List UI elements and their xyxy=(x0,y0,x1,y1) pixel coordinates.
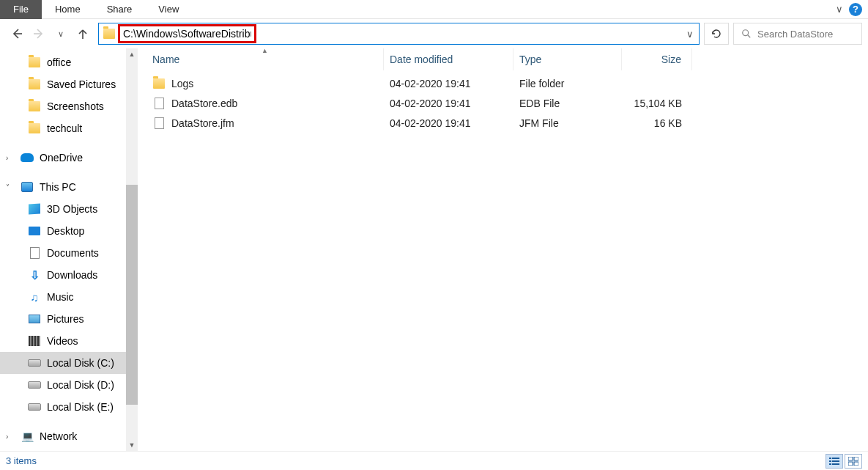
tree-item-downloads[interactable]: ⇩Downloads xyxy=(0,264,126,286)
folder-icon xyxy=(152,78,166,89)
up-button[interactable] xyxy=(76,27,89,40)
svg-rect-7 xyxy=(832,463,839,465)
file-name: DataStore.jfm xyxy=(171,117,234,129)
net-icon: 💻 xyxy=(21,430,34,442)
address-bar[interactable]: ∨ xyxy=(98,23,700,45)
address-highlight xyxy=(118,24,256,43)
navbar: ∨ ∨ Search DataStore xyxy=(0,19,868,48)
tab-share[interactable]: Share xyxy=(94,0,146,19)
file-date: 04-02-2020 19:41 xyxy=(384,98,513,109)
tree-item-this-pc[interactable]: ˅This PC xyxy=(0,176,126,198)
music-icon: ♫ xyxy=(28,291,41,303)
tree-label: Network xyxy=(40,430,77,442)
tree-item-techcult[interactable]: techcult xyxy=(0,117,126,139)
tree-label: Local Disk (E:) xyxy=(47,401,114,413)
back-button[interactable] xyxy=(10,27,23,40)
onedrive-icon xyxy=(21,152,34,164)
sidebar: officeSaved PicturesScreenshotstechcult›… xyxy=(0,48,138,451)
file-icon xyxy=(152,98,166,109)
column-headers: ▲ Name Date modified Type Size xyxy=(138,48,868,70)
tree-item-saved-pictures[interactable]: Saved Pictures xyxy=(0,73,126,95)
svg-rect-9 xyxy=(854,457,858,460)
tree-item-music[interactable]: ♫Music xyxy=(0,286,126,308)
svg-rect-4 xyxy=(829,460,831,462)
svg-point-0 xyxy=(743,30,749,36)
file-row[interactable]: Logs04-02-2020 19:41File folder xyxy=(146,73,868,93)
tree-item-local-disk-c-[interactable]: Local Disk (C:) xyxy=(0,352,126,374)
scroll-thumb[interactable] xyxy=(126,185,138,405)
tab-view[interactable]: View xyxy=(145,0,192,19)
ribbon-collapse-icon[interactable]: ∨ xyxy=(836,4,843,15)
tree-item-network[interactable]: ›💻Network xyxy=(0,425,126,447)
scroll-down-icon[interactable]: ▼ xyxy=(126,439,138,451)
svg-rect-6 xyxy=(829,463,831,465)
folder-icon xyxy=(28,78,41,90)
tree-label: office xyxy=(47,56,71,68)
tree-label: Pictures xyxy=(47,313,84,325)
tree-item-pictures[interactable]: Pictures xyxy=(0,308,126,330)
tree-item-3d-objects[interactable]: 3D Objects xyxy=(0,198,126,220)
folder-icon xyxy=(28,56,41,68)
file-date: 04-02-2020 19:41 xyxy=(384,117,513,129)
tree-label: Downloads xyxy=(47,269,97,281)
doc-icon xyxy=(28,247,41,259)
tree-label: This PC xyxy=(40,181,76,193)
column-date[interactable]: Date modified xyxy=(384,48,513,70)
tree-item-videos[interactable]: Videos xyxy=(0,330,126,352)
status-bar: 3 items xyxy=(0,451,868,470)
tree-item-local-disk-e-[interactable]: Local Disk (E:) xyxy=(0,396,126,418)
tree-label: techcult xyxy=(47,122,82,134)
tree-label: Screenshots xyxy=(47,100,104,112)
svg-rect-8 xyxy=(848,457,853,460)
tree-item-office[interactable]: office xyxy=(0,51,126,73)
address-dropdown-icon[interactable]: ∨ xyxy=(681,29,699,40)
svg-rect-5 xyxy=(832,460,839,462)
address-folder-icon xyxy=(102,29,116,39)
desktop-icon xyxy=(28,225,41,237)
drive-icon xyxy=(28,379,41,391)
search-placeholder: Search DataStore xyxy=(757,29,833,40)
file-list: ▲ Name Date modified Type Size Logs04-02… xyxy=(138,48,868,451)
tree-item-onedrive[interactable]: ›OneDrive xyxy=(0,147,126,169)
status-text: 3 items xyxy=(6,455,37,466)
expand-caret-icon[interactable]: › xyxy=(6,154,15,162)
tree-label: 3D Objects xyxy=(47,203,97,215)
file-row[interactable]: DataStore.jfm04-02-2020 19:41JFM File16 … xyxy=(146,113,868,133)
expand-caret-icon[interactable]: ˅ xyxy=(6,183,15,191)
tree-item-documents[interactable]: Documents xyxy=(0,242,126,264)
tree-label: Saved Pictures xyxy=(47,78,116,90)
column-name[interactable]: ▲ Name xyxy=(146,48,384,70)
tree-label: Documents xyxy=(47,247,99,259)
tree-item-desktop[interactable]: Desktop xyxy=(0,220,126,242)
tree-label: Local Disk (D:) xyxy=(47,379,114,391)
expand-caret-icon[interactable]: › xyxy=(6,433,15,441)
scroll-up-icon[interactable]: ▲ xyxy=(126,48,138,60)
svg-line-1 xyxy=(748,35,751,38)
view-details-button[interactable] xyxy=(826,454,843,469)
view-thumbnails-button[interactable] xyxy=(845,454,862,469)
help-icon[interactable]: ? xyxy=(849,3,862,16)
address-input[interactable] xyxy=(123,28,251,40)
file-size: 16 KB xyxy=(622,117,692,129)
file-tab[interactable]: File xyxy=(0,0,42,19)
recent-dropdown[interactable]: ∨ xyxy=(54,27,67,40)
refresh-button[interactable] xyxy=(704,23,729,45)
tree-label: Desktop xyxy=(47,225,84,237)
file-row[interactable]: DataStore.edb04-02-2020 19:41EDB File15,… xyxy=(146,93,868,113)
sidebar-scrollbar[interactable]: ▲ ▼ xyxy=(126,48,138,451)
tree-item-local-disk-d-[interactable]: Local Disk (D:) xyxy=(0,374,126,396)
folder-icon xyxy=(28,100,41,112)
tab-home[interactable]: Home xyxy=(42,0,94,19)
svg-rect-10 xyxy=(848,462,853,466)
forward-button[interactable] xyxy=(32,27,45,40)
svg-rect-3 xyxy=(832,458,839,459)
column-size[interactable]: Size xyxy=(622,48,692,70)
tree-item-screenshots[interactable]: Screenshots xyxy=(0,95,126,117)
file-icon xyxy=(152,117,166,129)
tree-label: Videos xyxy=(47,335,78,347)
search-box[interactable]: Search DataStore xyxy=(733,23,862,45)
file-name: Logs xyxy=(171,78,193,89)
file-type: JFM File xyxy=(513,117,622,129)
tree-label: OneDrive xyxy=(40,152,83,164)
column-type[interactable]: Type xyxy=(513,48,622,70)
